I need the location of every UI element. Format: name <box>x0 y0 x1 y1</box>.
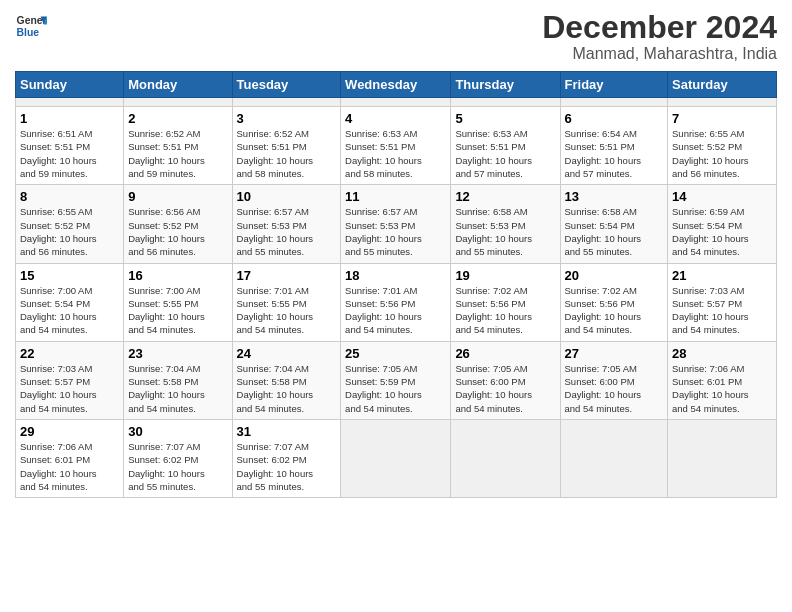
day-info: Sunrise: 6:53 AM Sunset: 5:51 PM Dayligh… <box>345 127 446 180</box>
calendar-cell <box>451 419 560 497</box>
day-number: 11 <box>345 189 446 204</box>
calendar-week-5: 29Sunrise: 7:06 AM Sunset: 6:01 PM Dayli… <box>16 419 777 497</box>
day-number: 5 <box>455 111 555 126</box>
calendar-cell: 3Sunrise: 6:52 AM Sunset: 5:51 PM Daylig… <box>232 107 341 185</box>
day-info: Sunrise: 7:01 AM Sunset: 5:56 PM Dayligh… <box>345 284 446 337</box>
calendar-cell: 17Sunrise: 7:01 AM Sunset: 5:55 PM Dayli… <box>232 263 341 341</box>
calendar-cell: 29Sunrise: 7:06 AM Sunset: 6:01 PM Dayli… <box>16 419 124 497</box>
day-info: Sunrise: 6:54 AM Sunset: 5:51 PM Dayligh… <box>565 127 664 180</box>
calendar-cell: 22Sunrise: 7:03 AM Sunset: 5:57 PM Dayli… <box>16 341 124 419</box>
col-sunday: Sunday <box>16 72 124 98</box>
day-number: 15 <box>20 268 119 283</box>
calendar-cell: 2Sunrise: 6:52 AM Sunset: 5:51 PM Daylig… <box>124 107 232 185</box>
day-number: 1 <box>20 111 119 126</box>
day-number: 20 <box>565 268 664 283</box>
calendar-cell <box>16 98 124 107</box>
calendar-week-2: 8Sunrise: 6:55 AM Sunset: 5:52 PM Daylig… <box>16 185 777 263</box>
day-number: 9 <box>128 189 227 204</box>
day-info: Sunrise: 7:03 AM Sunset: 5:57 PM Dayligh… <box>20 362 119 415</box>
calendar-cell: 10Sunrise: 6:57 AM Sunset: 5:53 PM Dayli… <box>232 185 341 263</box>
header-row: Sunday Monday Tuesday Wednesday Thursday… <box>16 72 777 98</box>
calendar-cell: 16Sunrise: 7:00 AM Sunset: 5:55 PM Dayli… <box>124 263 232 341</box>
col-wednesday: Wednesday <box>341 72 451 98</box>
day-number: 12 <box>455 189 555 204</box>
calendar-cell: 12Sunrise: 6:58 AM Sunset: 5:53 PM Dayli… <box>451 185 560 263</box>
calendar-cell: 31Sunrise: 7:07 AM Sunset: 6:02 PM Dayli… <box>232 419 341 497</box>
calendar-week-4: 22Sunrise: 7:03 AM Sunset: 5:57 PM Dayli… <box>16 341 777 419</box>
title-block: December 2024 Manmad, Maharashtra, India <box>542 10 777 63</box>
calendar-cell: 19Sunrise: 7:02 AM Sunset: 5:56 PM Dayli… <box>451 263 560 341</box>
day-number: 30 <box>128 424 227 439</box>
day-info: Sunrise: 7:04 AM Sunset: 5:58 PM Dayligh… <box>128 362 227 415</box>
day-number: 3 <box>237 111 337 126</box>
calendar-cell: 5Sunrise: 6:53 AM Sunset: 5:51 PM Daylig… <box>451 107 560 185</box>
col-tuesday: Tuesday <box>232 72 341 98</box>
day-number: 14 <box>672 189 772 204</box>
day-info: Sunrise: 7:00 AM Sunset: 5:55 PM Dayligh… <box>128 284 227 337</box>
day-info: Sunrise: 7:06 AM Sunset: 6:01 PM Dayligh… <box>20 440 119 493</box>
calendar-cell <box>560 98 668 107</box>
day-info: Sunrise: 7:05 AM Sunset: 6:00 PM Dayligh… <box>565 362 664 415</box>
col-thursday: Thursday <box>451 72 560 98</box>
day-info: Sunrise: 6:58 AM Sunset: 5:54 PM Dayligh… <box>565 205 664 258</box>
calendar-cell <box>668 98 777 107</box>
calendar-cell: 9Sunrise: 6:56 AM Sunset: 5:52 PM Daylig… <box>124 185 232 263</box>
calendar-cell: 30Sunrise: 7:07 AM Sunset: 6:02 PM Dayli… <box>124 419 232 497</box>
day-info: Sunrise: 6:56 AM Sunset: 5:52 PM Dayligh… <box>128 205 227 258</box>
calendar-week-1: 1Sunrise: 6:51 AM Sunset: 5:51 PM Daylig… <box>16 107 777 185</box>
day-info: Sunrise: 7:07 AM Sunset: 6:02 PM Dayligh… <box>128 440 227 493</box>
logo: General Blue <box>15 10 47 42</box>
calendar-cell: 21Sunrise: 7:03 AM Sunset: 5:57 PM Dayli… <box>668 263 777 341</box>
day-number: 28 <box>672 346 772 361</box>
day-number: 19 <box>455 268 555 283</box>
day-number: 24 <box>237 346 337 361</box>
calendar-cell: 26Sunrise: 7:05 AM Sunset: 6:00 PM Dayli… <box>451 341 560 419</box>
day-info: Sunrise: 7:00 AM Sunset: 5:54 PM Dayligh… <box>20 284 119 337</box>
day-number: 31 <box>237 424 337 439</box>
col-monday: Monday <box>124 72 232 98</box>
day-number: 29 <box>20 424 119 439</box>
day-number: 26 <box>455 346 555 361</box>
calendar-cell: 4Sunrise: 6:53 AM Sunset: 5:51 PM Daylig… <box>341 107 451 185</box>
day-number: 23 <box>128 346 227 361</box>
day-info: Sunrise: 7:02 AM Sunset: 5:56 PM Dayligh… <box>455 284 555 337</box>
day-number: 21 <box>672 268 772 283</box>
calendar-cell <box>341 98 451 107</box>
day-number: 22 <box>20 346 119 361</box>
calendar-table: Sunday Monday Tuesday Wednesday Thursday… <box>15 71 777 498</box>
day-info: Sunrise: 7:05 AM Sunset: 6:00 PM Dayligh… <box>455 362 555 415</box>
calendar-cell: 8Sunrise: 6:55 AM Sunset: 5:52 PM Daylig… <box>16 185 124 263</box>
col-friday: Friday <box>560 72 668 98</box>
calendar-cell: 27Sunrise: 7:05 AM Sunset: 6:00 PM Dayli… <box>560 341 668 419</box>
day-info: Sunrise: 6:58 AM Sunset: 5:53 PM Dayligh… <box>455 205 555 258</box>
svg-text:Blue: Blue <box>17 27 40 38</box>
day-number: 17 <box>237 268 337 283</box>
calendar-cell: 1Sunrise: 6:51 AM Sunset: 5:51 PM Daylig… <box>16 107 124 185</box>
day-number: 7 <box>672 111 772 126</box>
calendar-cell: 25Sunrise: 7:05 AM Sunset: 5:59 PM Dayli… <box>341 341 451 419</box>
day-number: 25 <box>345 346 446 361</box>
calendar-cell: 28Sunrise: 7:06 AM Sunset: 6:01 PM Dayli… <box>668 341 777 419</box>
day-number: 27 <box>565 346 664 361</box>
day-info: Sunrise: 6:53 AM Sunset: 5:51 PM Dayligh… <box>455 127 555 180</box>
calendar-cell <box>341 419 451 497</box>
day-number: 4 <box>345 111 446 126</box>
day-info: Sunrise: 6:52 AM Sunset: 5:51 PM Dayligh… <box>128 127 227 180</box>
day-info: Sunrise: 7:02 AM Sunset: 5:56 PM Dayligh… <box>565 284 664 337</box>
calendar-cell <box>451 98 560 107</box>
calendar-cell: 14Sunrise: 6:59 AM Sunset: 5:54 PM Dayli… <box>668 185 777 263</box>
day-info: Sunrise: 6:55 AM Sunset: 5:52 PM Dayligh… <box>20 205 119 258</box>
calendar-cell <box>560 419 668 497</box>
day-info: Sunrise: 6:51 AM Sunset: 5:51 PM Dayligh… <box>20 127 119 180</box>
calendar-cell: 13Sunrise: 6:58 AM Sunset: 5:54 PM Dayli… <box>560 185 668 263</box>
calendar-cell: 18Sunrise: 7:01 AM Sunset: 5:56 PM Dayli… <box>341 263 451 341</box>
day-info: Sunrise: 7:05 AM Sunset: 5:59 PM Dayligh… <box>345 362 446 415</box>
day-number: 6 <box>565 111 664 126</box>
calendar-cell <box>124 98 232 107</box>
calendar-week-3: 15Sunrise: 7:00 AM Sunset: 5:54 PM Dayli… <box>16 263 777 341</box>
day-info: Sunrise: 6:57 AM Sunset: 5:53 PM Dayligh… <box>345 205 446 258</box>
day-number: 16 <box>128 268 227 283</box>
day-info: Sunrise: 7:03 AM Sunset: 5:57 PM Dayligh… <box>672 284 772 337</box>
day-info: Sunrise: 7:01 AM Sunset: 5:55 PM Dayligh… <box>237 284 337 337</box>
day-info: Sunrise: 6:55 AM Sunset: 5:52 PM Dayligh… <box>672 127 772 180</box>
